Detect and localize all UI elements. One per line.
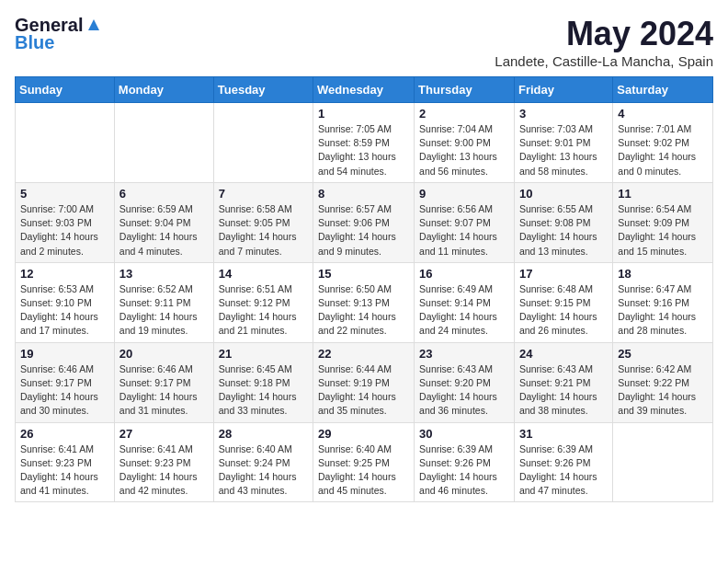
day-info-line: and 9 minutes. xyxy=(318,245,409,259)
day-info-line: Daylight: 14 hours xyxy=(318,310,409,324)
calendar-cell: 7Sunrise: 6:58 AMSunset: 9:05 PMDaylight… xyxy=(213,182,313,262)
day-info-line: Sunrise: 6:49 AM xyxy=(419,282,509,296)
day-info-line: Sunset: 9:01 PM xyxy=(519,136,608,150)
day-info-line: Sunrise: 6:44 AM xyxy=(318,362,409,376)
day-info-line: Sunset: 9:03 PM xyxy=(20,216,109,230)
day-info-line: Sunset: 9:02 PM xyxy=(618,136,708,150)
day-info-line: and 13 minutes. xyxy=(519,245,608,259)
day-info-line: Daylight: 14 hours xyxy=(618,390,708,404)
day-info-line: Sunset: 9:08 PM xyxy=(519,216,608,230)
day-info-line: and 35 minutes. xyxy=(318,404,409,418)
day-info-line: Daylight: 14 hours xyxy=(419,230,509,244)
day-info-line: and 38 minutes. xyxy=(519,404,608,418)
day-info-line: Daylight: 13 hours xyxy=(318,150,409,164)
day-info-line: Daylight: 14 hours xyxy=(419,470,509,484)
day-info-line: Daylight: 14 hours xyxy=(419,310,509,324)
day-info-line: and 11 minutes. xyxy=(419,245,509,259)
day-info-line: Sunset: 9:12 PM xyxy=(219,296,308,310)
day-info-line: Sunrise: 6:59 AM xyxy=(119,202,209,216)
day-info-line: Daylight: 14 hours xyxy=(219,230,308,244)
day-info-line: Sunrise: 6:46 AM xyxy=(20,362,109,376)
day-info-line: and 19 minutes. xyxy=(119,324,209,338)
calendar-cell: 28Sunrise: 6:40 AMSunset: 9:24 PMDayligh… xyxy=(213,422,313,502)
calendar-cell: 16Sunrise: 6:49 AMSunset: 9:14 PMDayligh… xyxy=(415,262,515,342)
day-info-line: Daylight: 14 hours xyxy=(119,310,209,324)
day-number: 31 xyxy=(519,427,608,441)
calendar-cell: 3Sunrise: 7:03 AMSunset: 9:01 PMDaylight… xyxy=(514,103,612,183)
day-number: 21 xyxy=(219,347,308,361)
day-info-line: Sunrise: 7:00 AM xyxy=(20,202,109,216)
month-title: May 2024 xyxy=(495,15,713,53)
day-info-line: Daylight: 13 hours xyxy=(419,150,509,164)
day-info-line: Daylight: 14 hours xyxy=(618,230,708,244)
day-number: 28 xyxy=(219,427,308,441)
day-info-line: Sunrise: 6:40 AM xyxy=(219,442,308,456)
day-info-line: and 7 minutes. xyxy=(219,245,308,259)
day-number: 26 xyxy=(20,427,109,441)
day-info-line: and 24 minutes. xyxy=(419,324,509,338)
svg-marker-0 xyxy=(88,19,99,30)
weekday-header: Tuesday xyxy=(213,77,313,103)
calendar-cell: 1Sunrise: 7:05 AMSunset: 8:59 PMDaylight… xyxy=(313,103,415,183)
calendar-cell: 25Sunrise: 6:42 AMSunset: 9:22 PMDayligh… xyxy=(613,342,713,422)
day-info-line: Sunrise: 6:50 AM xyxy=(318,282,409,296)
day-info-line: Sunset: 9:26 PM xyxy=(519,456,608,470)
day-info-line: Sunset: 8:59 PM xyxy=(318,136,409,150)
logo: General Blue xyxy=(15,15,101,53)
day-info-line: and 31 minutes. xyxy=(119,404,209,418)
day-info-line: Sunset: 9:13 PM xyxy=(318,296,409,310)
day-number: 9 xyxy=(419,187,509,201)
day-info-line: and 41 minutes. xyxy=(20,484,109,498)
day-number: 15 xyxy=(318,267,409,281)
calendar-cell: 19Sunrise: 6:46 AMSunset: 9:17 PMDayligh… xyxy=(16,342,115,422)
calendar-cell: 26Sunrise: 6:41 AMSunset: 9:23 PMDayligh… xyxy=(16,422,115,502)
day-info-line: Sunrise: 6:57 AM xyxy=(318,202,409,216)
day-info-line: Sunset: 9:21 PM xyxy=(519,376,608,390)
day-number: 22 xyxy=(318,347,409,361)
day-info-line: Sunrise: 7:05 AM xyxy=(318,122,409,136)
calendar-cell: 8Sunrise: 6:57 AMSunset: 9:06 PMDaylight… xyxy=(313,182,415,262)
day-info-line: Sunrise: 6:41 AM xyxy=(119,442,209,456)
day-info-line: and 21 minutes. xyxy=(219,324,308,338)
day-info-line: Daylight: 14 hours xyxy=(318,390,409,404)
day-info-line: and 33 minutes. xyxy=(219,404,308,418)
day-info-line: and 28 minutes. xyxy=(618,324,708,338)
day-info-line: Daylight: 14 hours xyxy=(20,390,109,404)
day-number: 24 xyxy=(519,347,608,361)
day-info-line: Sunrise: 6:39 AM xyxy=(419,442,509,456)
calendar-cell: 15Sunrise: 6:50 AMSunset: 9:13 PMDayligh… xyxy=(313,262,415,342)
day-info-line: Sunrise: 6:46 AM xyxy=(119,362,209,376)
day-number: 6 xyxy=(119,187,209,201)
day-number: 29 xyxy=(318,427,409,441)
day-number: 12 xyxy=(20,267,109,281)
calendar-cell: 30Sunrise: 6:39 AMSunset: 9:26 PMDayligh… xyxy=(415,422,515,502)
day-info-line: Sunrise: 6:40 AM xyxy=(318,442,409,456)
day-info-line: Daylight: 14 hours xyxy=(119,390,209,404)
day-info-line: and 26 minutes. xyxy=(519,324,608,338)
weekday-header-row: SundayMondayTuesdayWednesdayThursdayFrid… xyxy=(16,77,713,103)
day-info-line: and 39 minutes. xyxy=(618,404,708,418)
calendar-week-row: 12Sunrise: 6:53 AMSunset: 9:10 PMDayligh… xyxy=(16,262,713,342)
day-info-line: Daylight: 14 hours xyxy=(119,470,209,484)
calendar-cell: 10Sunrise: 6:55 AMSunset: 9:08 PMDayligh… xyxy=(514,182,612,262)
day-info-line: Sunset: 9:09 PM xyxy=(618,216,708,230)
calendar-cell: 11Sunrise: 6:54 AMSunset: 9:09 PMDayligh… xyxy=(613,182,713,262)
day-number: 10 xyxy=(519,187,608,201)
day-info-line: Sunrise: 6:54 AM xyxy=(618,202,708,216)
day-info-line: Daylight: 14 hours xyxy=(618,150,708,164)
day-info-line: and 43 minutes. xyxy=(219,484,308,498)
day-number: 7 xyxy=(219,187,308,201)
day-info-line: Sunset: 9:17 PM xyxy=(20,376,109,390)
day-info-line: Daylight: 14 hours xyxy=(219,310,308,324)
day-info-line: and 0 minutes. xyxy=(618,165,708,178)
location-title: Landete, Castille-La Mancha, Spain xyxy=(495,53,713,69)
day-info-line: Sunset: 9:15 PM xyxy=(519,296,608,310)
calendar-cell xyxy=(613,422,713,502)
day-info-line: Sunset: 9:26 PM xyxy=(419,456,509,470)
day-info-line: Sunrise: 6:48 AM xyxy=(519,282,608,296)
day-info-line: Daylight: 14 hours xyxy=(318,470,409,484)
calendar-week-row: 26Sunrise: 6:41 AMSunset: 9:23 PMDayligh… xyxy=(16,422,713,502)
day-info-line: Sunset: 9:14 PM xyxy=(419,296,509,310)
day-info-line: and 15 minutes. xyxy=(618,245,708,259)
calendar-week-row: 1Sunrise: 7:05 AMSunset: 8:59 PMDaylight… xyxy=(16,103,713,183)
